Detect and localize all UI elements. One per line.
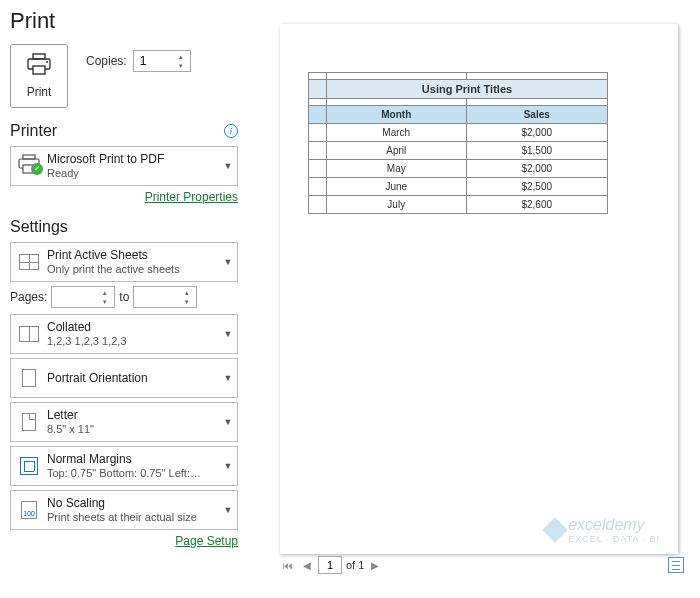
page-title: Print [10,8,238,34]
scope-main: Print Active Sheets [47,248,219,263]
print-button[interactable]: Print [10,44,68,108]
preview-table: Using Print Titles MonthSales March$2,00… [308,72,608,214]
prev-page-button[interactable]: ◀ [300,560,314,571]
printer-dropdown[interactable]: ✓ Microsoft Print to PDF Ready ▼ [10,146,238,186]
scaling-icon: 100 [21,501,37,519]
pages-from-spinner[interactable]: ▴▾ [51,286,115,308]
collate-icon [19,326,39,342]
margins-dropdown[interactable]: Normal Margins Top: 0.75" Bottom: 0.75" … [10,446,238,486]
margins-sub: Top: 0.75" Bottom: 0.75" Left:… [47,467,219,481]
watermark-tagline: EXCEL · DATA · BI [568,534,660,544]
copies-spinner[interactable]: ▴ ▾ [133,50,191,72]
paper-main: Letter [47,408,219,423]
paper-icon [22,413,36,431]
print-button-label: Print [27,85,52,99]
printer-name: Microsoft Print to PDF [47,152,219,167]
chevron-down-icon: ▼ [219,505,237,515]
table-row: April$1,500 [309,142,608,160]
col-month: Month [327,106,467,124]
copies-input[interactable] [140,54,170,68]
down-icon[interactable]: ▾ [180,297,194,306]
pages-label: Pages: [10,290,47,304]
pages-to-input[interactable] [140,290,176,304]
margins-icon [20,457,38,475]
info-icon[interactable]: i [224,124,238,138]
chevron-down-icon: ▼ [219,329,237,339]
chevron-down-icon: ▼ [219,417,237,427]
first-page-button[interactable]: ⏮ [280,560,296,571]
margins-main: Normal Margins [47,452,219,467]
down-icon[interactable]: ▾ [98,297,112,306]
table-title: Using Print Titles [327,80,608,99]
pages-from-input[interactable] [58,290,94,304]
paper-dropdown[interactable]: Letter 8.5" x 11" ▼ [10,402,238,442]
chevron-down-icon: ▼ [219,373,237,383]
svg-rect-0 [33,54,45,59]
copies-up-icon[interactable]: ▴ [174,52,188,61]
orientation-dropdown[interactable]: Portrait Orientation ▼ [10,358,238,398]
show-margins-icon[interactable] [668,557,684,573]
page-of-label: of 1 [346,559,364,571]
up-icon[interactable]: ▴ [180,288,194,297]
watermark-icon [542,517,567,542]
sheets-icon [19,254,39,270]
up-icon[interactable]: ▴ [98,288,112,297]
printer-icon [26,53,52,79]
chevron-down-icon: ▼ [219,461,237,471]
collate-sub: 1,2,3 1,2,3 1,2,3 [47,335,219,349]
printer-properties-link[interactable]: Printer Properties [145,190,238,204]
collate-dropdown[interactable]: Collated 1,2,3 1,2,3 1,2,3 ▼ [10,314,238,354]
svg-rect-2 [33,66,45,74]
chevron-down-icon: ▼ [219,161,237,171]
printer-heading: Printer [10,122,57,140]
table-row: March$2,000 [309,124,608,142]
print-panel: Print Print Copies: ▴ ▾ [0,0,248,598]
table-row: May$2,000 [309,160,608,178]
watermark: exceldemy EXCEL · DATA · BI [546,516,660,544]
scope-sub: Only print the active sheets [47,263,219,277]
ready-check-icon: ✓ [31,163,43,175]
scaling-main: No Scaling [47,496,219,511]
settings-heading: Settings [10,218,68,236]
portrait-icon [22,369,36,387]
print-preview: Using Print Titles MonthSales March$2,00… [280,24,684,572]
chevron-down-icon: ▼ [219,257,237,267]
svg-rect-4 [23,155,35,159]
paper-sub: 8.5" x 11" [47,423,219,437]
page-setup-link[interactable]: Page Setup [175,534,238,548]
preview-page: Using Print Titles MonthSales March$2,00… [280,24,678,554]
scaling-sub: Print sheets at their actual size [47,511,219,525]
print-scope-dropdown[interactable]: Print Active Sheets Only print the activ… [10,242,238,282]
copies-label: Copies: [86,54,127,68]
orientation-main: Portrait Orientation [47,371,219,386]
page-number-input[interactable] [318,556,342,574]
next-page-button[interactable]: ▶ [368,560,382,571]
printer-status: Ready [47,167,219,181]
scaling-dropdown[interactable]: 100 No Scaling Print sheets at their act… [10,490,238,530]
pages-to-spinner[interactable]: ▴▾ [133,286,197,308]
table-row: June$2,500 [309,178,608,196]
pages-to-label: to [119,290,129,304]
watermark-brand: exceldemy [568,516,644,533]
collate-main: Collated [47,320,219,335]
table-row: July$2,600 [309,196,608,214]
copies-down-icon[interactable]: ▾ [174,61,188,70]
svg-point-3 [46,61,48,63]
col-sales: Sales [466,106,608,124]
